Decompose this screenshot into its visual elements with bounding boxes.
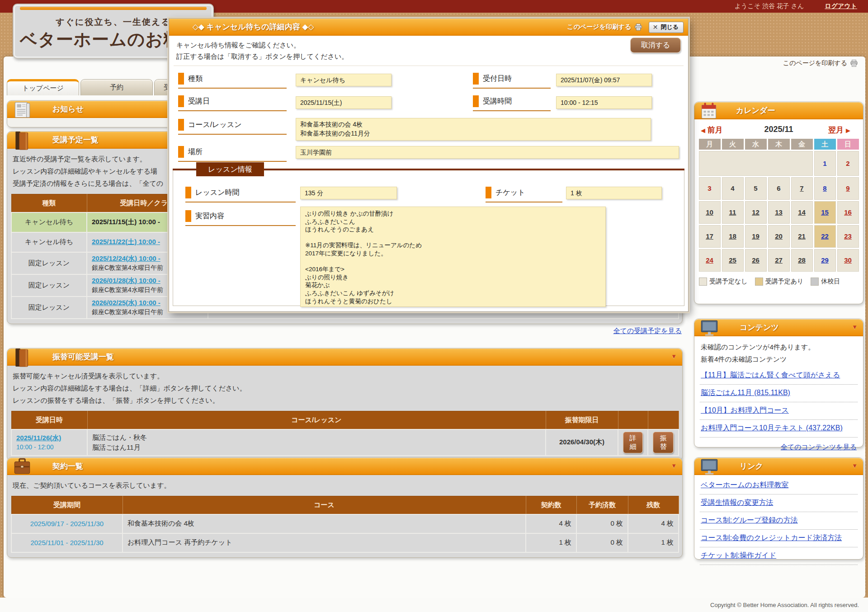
contract-header-course: コース [123,496,526,514]
news-icon [12,99,33,120]
calendar-day[interactable]: 15 [821,208,829,216]
contents-link[interactable]: 脳活ごはん11月 (815.11KB) [701,389,790,396]
calendar-day[interactable]: 26 [752,256,760,264]
calendar-day[interactable]: 29 [821,256,829,264]
transfer-detail-cell: 詳細 [618,429,648,456]
transfer-date-link[interactable]: 2025/11/26(水) [16,434,61,442]
calendar-day[interactable]: 27 [775,256,783,264]
schedule-date-link[interactable]: 2025/12/24(水) 10:00 - [92,254,160,262]
next-month-link[interactable]: 翌月 ▶ [828,125,850,135]
calendar-day[interactable]: 16 [844,208,852,216]
contract-period-cell-text[interactable]: 2025/11/01 - 2025/11/30 [30,539,103,546]
field-time-value: 10:00 - 12:15 [556,96,652,109]
field-time-label: 受講時間 [473,95,551,111]
calendar-day[interactable]: 14 [798,208,806,216]
orange-bullet-icon [178,119,184,131]
transfer-transfer-cell: 振替 [648,429,679,456]
calendar-day-cell: 28 [791,249,813,272]
calendar-day-header: 金 [791,139,813,150]
calendar-legend: 受講予定なし受講予定あり休校日 [699,278,859,286]
contents-link[interactable]: 【11月】脳活ごはん賢く食べて頭がさえる [701,371,840,379]
schedule-type-cell: 固定レッスン [11,274,87,297]
contents-link[interactable]: お料理入門コース10月テキスト (437.22KB) [701,424,843,432]
external-link[interactable]: コース制:グループ登録の方法 [701,516,798,524]
calendar-day-cell: 18 [722,225,744,248]
collapse-triangle-icon[interactable]: ▼ [671,463,677,469]
calendar-legend-item: 受講予定なし [699,278,748,286]
legend-swatch [811,278,819,286]
modal-header-actions: このページを印刷する ✕ 閉じる [567,19,684,36]
contract-row: 2025/11/01 - 2025/11/30お料理入門コース 再予約チケット1… [11,533,679,552]
field-place-value: 玉川学園前 [296,146,679,159]
contents-link[interactable]: 【10月】お料理入門コース [701,406,789,414]
calendar-day[interactable]: 19 [752,232,760,240]
calendar-day-cell: 11 [722,201,744,224]
calendar-day[interactable]: 11 [729,208,736,216]
calendar-day: 3 [708,184,711,192]
collapse-triangle-icon[interactable]: ▼ [671,353,677,359]
external-link[interactable]: 受講生情報の変更方法 [701,499,773,506]
calendar-grid: 月火水木金土日123456789101112131415161718192021… [698,137,860,273]
calendar-day[interactable]: 30 [844,256,852,264]
orange-bullet-icon [178,73,184,85]
see-all-schedules-link[interactable]: 全ての受講予定を見る [613,327,682,334]
orange-bullet-icon [185,187,191,198]
calendar-day-cell: 20 [768,225,790,248]
calendar-day-cell: 19 [745,225,767,248]
calendar-week-row: 24252627282930 [699,249,859,272]
tab-reservation[interactable]: 予約 [80,79,153,95]
calendar-day[interactable]: 8 [823,184,826,192]
contract-count-cell: 4 枚 [526,514,576,533]
monitor-icon [699,456,720,477]
schedule-date-link[interactable]: 2025/11/22(土) 10:00 - [92,238,160,245]
schedule-date-link[interactable]: 2026/02/25(水) 10:00 - [92,299,160,306]
calendar-day-cell: 3 [699,177,721,200]
collapse-triangle-icon[interactable]: ▼ [852,324,858,330]
calendar-day-cell: 30 [837,249,859,272]
calendar-day[interactable]: 23 [844,232,852,240]
calendar-day[interactable]: 7 [800,184,803,192]
contract-period-cell-text[interactable]: 2025/09/17 - 2025/11/30 [30,520,104,527]
collapse-triangle-icon[interactable]: ▼ [852,463,858,469]
contract-header-count: 契約数 [526,496,576,514]
contents-notice: 未確認のコンテンツが4件あります。 新着4件の未確認コンテンツ [694,336,863,365]
calendar-day[interactable]: 24 [706,256,713,264]
cancel-reservation-button[interactable]: 取消する [630,38,681,53]
calendar-day[interactable]: 10 [706,208,713,216]
calendar-icon [699,100,720,121]
calendar-day[interactable]: 28 [798,256,806,264]
calendar-day[interactable]: 20 [775,232,783,240]
calendar-day-header: 水 [745,139,767,150]
see-all-contents-link[interactable]: 全てのコンテンツを見る [781,443,857,451]
close-icon: ✕ [653,24,658,31]
transfer-header-row: 受講日時 コース/レッスン 振替期限日 [11,411,679,429]
modal-print-link[interactable]: このページを印刷する [567,23,642,31]
external-link[interactable]: チケット制:操作ガイド [701,551,776,559]
external-link[interactable]: コース制:会費のクレジットカード決済方法 [701,534,842,541]
external-link[interactable]: ベターホームのお料理教室 [701,481,788,489]
calendar-day[interactable]: 21 [798,232,806,240]
page-print-link[interactable]: このページを印刷する [783,59,858,67]
calendar-day[interactable]: 18 [729,232,736,240]
calendar-day[interactable]: 17 [706,232,713,240]
calendar-week-row: 3456789 [699,177,859,200]
contents-item: 脳活ごはん11月 (815.11KB) [700,385,858,402]
calendar-day[interactable]: 12 [752,208,760,216]
schedule-type-cell: キャンセル待ち [11,232,87,252]
schedule-type-cell: 固定レッスン [11,252,87,274]
tab-top-page[interactable]: トップページ [7,79,79,95]
modal-divider [174,66,684,66]
detail-button[interactable]: 詳細 [623,432,643,453]
close-button[interactable]: ✕ 閉じる [649,22,684,33]
calendar-day[interactable]: 22 [821,232,829,240]
transfer-button[interactable]: 振替 [653,432,674,453]
links-section-header: リンク ▼ [694,458,863,475]
calendar-day-cell: 22 [814,225,836,248]
calendar-day[interactable]: 13 [775,208,783,216]
schedule-date-link[interactable]: 2026/01/28(水) 10:00 - [92,277,160,284]
calendar-day[interactable]: 9 [846,184,849,192]
contract-reserved-cell: 0 枚 [576,533,628,552]
calendar-day[interactable]: 25 [729,256,736,264]
welcome-message: ようこそ 渋谷 花子 さん [735,2,804,10]
logout-link[interactable]: ログアウト [825,2,857,10]
